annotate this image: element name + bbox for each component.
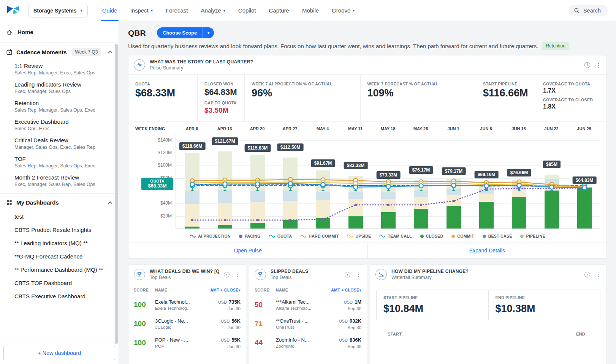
info-icon[interactable]: i bbox=[224, 272, 230, 277]
legend-item-ai-projection[interactable]: AI PROJECTION bbox=[190, 234, 231, 238]
nav-item-analyze[interactable]: Analyze▾ bbox=[201, 0, 225, 21]
cadence-moments-header[interactable]: Cadence Moments Week 7 Q3 bbox=[0, 43, 119, 60]
kebab-menu-icon[interactable]: ⋮ bbox=[595, 62, 601, 68]
col-name: NAME bbox=[155, 288, 201, 292]
win-deals-subtitle: Top Deals bbox=[150, 275, 219, 280]
nav-item-label: Groove bbox=[332, 7, 350, 14]
nav-item-mobile[interactable]: Mobile bbox=[302, 0, 319, 21]
col-amt-close-sort[interactable]: AMT + CLOSE▾ bbox=[322, 288, 361, 292]
sidebar-item-1-1-review[interactable]: 1:1 ReviewSales Rep, Manager, Exec, Sale… bbox=[0, 60, 119, 79]
start-pipeline-value: $10.84M bbox=[383, 303, 481, 315]
sidebar-item-roles: Sales Rep, Manager, Sales Ops, Exec bbox=[14, 163, 112, 169]
sidebar-item-roles: Exec, Manager, Sales Ops bbox=[14, 89, 112, 94]
legend-label: CLOSED bbox=[426, 234, 443, 238]
deal-row[interactable]: 44ZoomInfo - N...ZoomInfoUSD836KSep 30 bbox=[249, 333, 367, 352]
sidebar-item-executive-dashboard[interactable]: Executive DashboardSales Ops, Exec bbox=[0, 116, 119, 134]
deal-currency: USD bbox=[221, 338, 230, 342]
chevron-down-icon: ▾ bbox=[151, 8, 153, 13]
win-deals-card: WHAT DEALS DID WE WIN? [QBR] Top Deals i… bbox=[128, 265, 246, 364]
new-dashboard-button[interactable]: + New dashboard bbox=[3, 346, 115, 360]
deal-amount-cell: USD735KJun 30 bbox=[201, 298, 241, 311]
deal-row[interactable]: 100POP - New - ...POPUSD55KJun 30 bbox=[128, 333, 246, 352]
page-title: QBR bbox=[128, 28, 146, 38]
main-content: QBR · Choose Scope ▾ Used for quarterly … bbox=[119, 21, 616, 364]
dashboard-item-cbts-executive-dashboard[interactable]: CBTS Executive Dashboard bbox=[0, 290, 119, 303]
kebab-menu-icon[interactable]: ⋮ bbox=[595, 272, 601, 277]
metric-value: 96% bbox=[252, 87, 357, 99]
legend-label: TEAM CALL bbox=[388, 234, 412, 238]
legend-item-commit[interactable]: COMMIT bbox=[451, 234, 474, 238]
expand-details-link[interactable]: Expand Details bbox=[368, 243, 607, 258]
sidebar-item-tof[interactable]: TOFSales Rep, Manager, Sales Ops, Exec bbox=[0, 153, 119, 172]
legend-item-closed[interactable]: CLOSED bbox=[420, 234, 443, 238]
win-deals-title: WHAT DEALS DID WE WIN? [QBR] bbox=[150, 269, 219, 274]
deal-score: 44 bbox=[255, 339, 276, 347]
home-label: Home bbox=[17, 29, 33, 35]
pulse-summary-card: WHAT WAS THE STORY OF LAST QUARTER? Puls… bbox=[128, 55, 607, 258]
sidebar-item-retention[interactable]: RetentionSales Rep, Manager, Sales Ops, … bbox=[0, 97, 119, 116]
kebab-menu-icon[interactable]: ⋮ bbox=[356, 272, 361, 277]
dashboard-item-cbts-product-resale-insights[interactable]: CBTS Product Resale Insights bbox=[0, 223, 119, 236]
choose-scope-button[interactable]: Choose Scope ▾ bbox=[157, 27, 214, 38]
search-input[interactable]: Search bbox=[568, 5, 608, 16]
info-icon[interactable]: i bbox=[345, 272, 350, 277]
legend-item-best-case[interactable]: BEST CASE bbox=[483, 234, 512, 238]
metric-label: START PIPELINE bbox=[483, 82, 533, 86]
kebab-menu-icon[interactable]: ⋮ bbox=[235, 272, 241, 277]
dashboard-item-performance-dashboard-mq[interactable]: ** Performance Dashboard (MQ) ** bbox=[0, 263, 119, 276]
my-dashboards-header[interactable]: My Dashboards bbox=[0, 194, 119, 210]
deal-row[interactable]: 1003CLogic - Ne...3CLogicUSD56KJun 30 bbox=[128, 314, 246, 333]
deal-row[interactable]: 100Exela Technol...Exela Technolog...USD… bbox=[128, 295, 246, 314]
clari-logo[interactable] bbox=[6, 5, 21, 17]
sidebar-item-month-2-forecast-review[interactable]: Month 2 Forecast ReviewExec, Manager, Sa… bbox=[0, 172, 119, 190]
deal-name: **OneTrust - ... bbox=[276, 318, 322, 324]
dashboard-item-test[interactable]: test bbox=[0, 210, 119, 223]
slipped-deals-title: SLIPPED DEALS bbox=[271, 269, 340, 274]
sidebar-scrollbar[interactable] bbox=[115, 44, 118, 344]
chevron-down-icon: ▾ bbox=[353, 8, 355, 13]
chart-date-label: MAY 25 bbox=[404, 126, 437, 131]
nav-item-forecast[interactable]: Forecast bbox=[166, 0, 188, 21]
col-amt-close-sort[interactable]: AMT + CLOSE▾ bbox=[201, 288, 241, 292]
sidebar-item-critical-deals-review[interactable]: Critical Deals ReviewManager, Sales Ops,… bbox=[0, 134, 119, 153]
sidebar-item-roles: Sales Ops, Exec bbox=[14, 126, 112, 131]
nav-item-capture[interactable]: Capture bbox=[269, 0, 289, 21]
dashboard-item-cbts-tof-dashboard[interactable]: CBTS TOF Dashboard bbox=[0, 276, 119, 290]
legend-dot-icon bbox=[239, 235, 242, 238]
dashboard-item-leading-indicators-mq[interactable]: ** Leading Indicators (MQ) ** bbox=[0, 236, 119, 250]
deal-row[interactable]: 50***Alkami Tec...Alkami Technolo...USD1… bbox=[249, 295, 367, 314]
legend-item-pacing[interactable]: PACING bbox=[239, 234, 261, 238]
workspace-selector[interactable]: Storage Systems ▾ bbox=[28, 4, 88, 17]
chevron-down-icon: ▾ bbox=[223, 8, 225, 13]
info-icon[interactable]: i bbox=[584, 62, 590, 68]
open-pulse-link[interactable]: Open Pulse bbox=[128, 243, 368, 258]
legend-item-hard-commit[interactable]: HARD COMMIT bbox=[300, 234, 339, 238]
sidebar-item-leading-indicators-review[interactable]: Leading Indicators ReviewExec, Manager, … bbox=[0, 79, 119, 97]
deal-amount: 55K bbox=[231, 337, 241, 343]
legend-item-pipeline[interactable]: PIPELINE bbox=[520, 234, 545, 238]
nav-item-copilot[interactable]: Copilot bbox=[238, 0, 256, 21]
deal-row[interactable]: 71**OneTrust - ...OneTrustUSD932KSep 30 bbox=[249, 314, 367, 333]
dashboard-item-g-mq-forecast-cadence[interactable]: **G-MQ Forecast Cadence bbox=[0, 250, 119, 263]
info-icon[interactable]: i bbox=[584, 272, 590, 277]
chart-plot: $118.66M$121.67M$115.83M$112.50M$91.67M$… bbox=[176, 134, 600, 229]
nav-item-groove[interactable]: Groove▾ bbox=[332, 0, 355, 21]
chevron-down-icon[interactable]: ▾ bbox=[203, 27, 214, 38]
slipped-deals-card: SLIPPED DEALS Top Deals i ⋮ SCORE NAME A… bbox=[249, 265, 367, 364]
chevron-up-icon[interactable] bbox=[108, 50, 112, 55]
sidebar-item-label: TOF bbox=[14, 156, 112, 162]
legend-item-upside[interactable]: UPSIDE bbox=[347, 234, 371, 238]
sidebar-item-home[interactable]: Home bbox=[0, 21, 119, 43]
legend-line-icon bbox=[269, 234, 275, 238]
legend-item-quota[interactable]: QUOTA bbox=[269, 234, 292, 238]
nav-item-inspect[interactable]: Inspect▾ bbox=[130, 0, 153, 21]
metric-label: QUOTA bbox=[135, 82, 194, 86]
legend-item-team-call[interactable]: TEAM CALL bbox=[379, 234, 412, 238]
deal-close-date: Jun 30 bbox=[201, 325, 241, 330]
home-icon bbox=[6, 29, 13, 35]
chart-ytick: $120M bbox=[158, 150, 172, 155]
legend-label: PIPELINE bbox=[526, 234, 545, 238]
chevron-up-icon[interactable] bbox=[108, 201, 112, 205]
nav-item-guide[interactable]: Guide bbox=[102, 0, 117, 21]
waterfall-title: HOW DID MY PIPELINE CHANGE? bbox=[391, 269, 580, 274]
